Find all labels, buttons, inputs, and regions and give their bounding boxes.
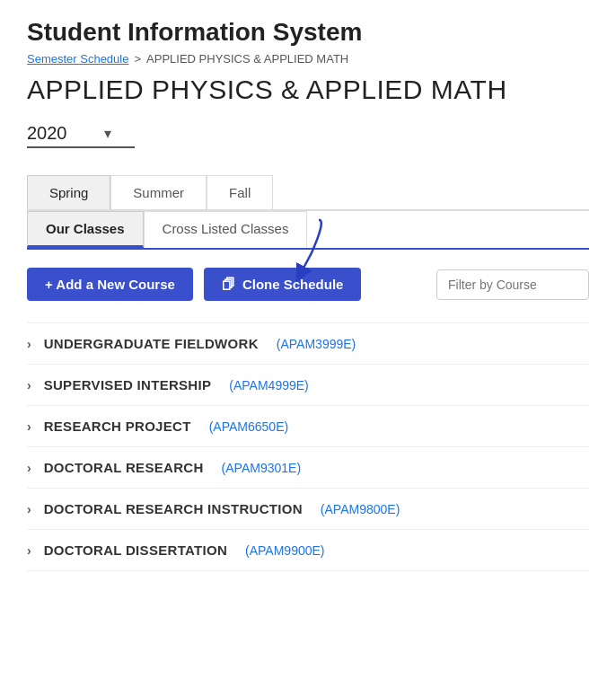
course-name: DOCTORAL DISSERTATION [44,542,227,558]
course-list: › UNDERGRADUATE FIELDWORK (APAM3999E) › … [27,322,589,571]
clone-schedule-label: Clone Schedule [242,277,344,292]
clone-schedule-button[interactable]: 🗍 Clone Schedule [204,268,362,301]
sub-tab-our-classes[interactable]: Our Classes [27,211,144,248]
breadcrumb-current: APPLIED PHYSICS & APPLIED MATH [146,52,348,66]
course-name: SUPERVISED INTERSHIP [44,377,212,392]
breadcrumb-separator: > [134,52,141,66]
tab-spring[interactable]: Spring [27,175,110,209]
list-item: › RESEARCH PROJECT (APAM6650E) [27,406,589,447]
chevron-right-icon[interactable]: › [27,502,31,516]
add-course-button[interactable]: + Add a New Course [27,268,193,301]
chevron-right-icon[interactable]: › [27,419,31,434]
course-code[interactable]: (APAM3999E) [277,337,356,351]
course-name: RESEARCH PROJECT [44,419,191,434]
course-code[interactable]: (APAM9301E) [222,461,301,475]
breadcrumb: Semester Schedule > APPLIED PHYSICS & AP… [27,52,589,66]
dropdown-arrow-icon: ▾ [104,125,111,142]
course-code[interactable]: (APAM6650E) [209,419,288,434]
course-code[interactable]: (APAM4999E) [229,378,308,392]
tab-summer[interactable]: Summer [110,175,207,209]
course-code[interactable]: (APAM9900E) [245,543,324,558]
chevron-right-icon[interactable]: › [27,337,31,351]
chevron-right-icon[interactable]: › [27,378,31,392]
main-tabs-row: Spring Summer Fall [27,175,589,209]
page-title: APPLIED PHYSICS & APPLIED MATH [27,75,589,105]
course-code[interactable]: (APAM9800E) [321,502,400,516]
app-title: Student Information System [27,18,589,47]
tab-fall[interactable]: Fall [207,175,273,209]
year-select-wrapper: 2018 2019 2020 2021 2022 ▾ [27,123,135,148]
chevron-right-icon[interactable]: › [27,543,31,558]
breadcrumb-link[interactable]: Semester Schedule [27,52,128,66]
filter-input[interactable] [436,269,589,300]
list-item: › DOCTORAL RESEARCH (APAM9301E) [27,447,589,489]
main-tabs-container: Spring Summer Fall [27,175,589,211]
course-name: DOCTORAL RESEARCH [44,460,204,475]
list-item: › DOCTORAL RESEARCH INSTRUCTION (APAM980… [27,489,589,530]
list-item: › DOCTORAL DISSERTATION (APAM9900E) [27,530,589,571]
course-name: UNDERGRADUATE FIELDWORK [44,336,259,351]
sub-tabs-row: Our Classes Cross Listed Classes [27,211,589,250]
year-select[interactable]: 2018 2019 2020 2021 2022 [27,123,99,143]
list-item: › UNDERGRADUATE FIELDWORK (APAM3999E) [27,323,589,365]
course-name: DOCTORAL RESEARCH INSTRUCTION [44,501,303,516]
list-item: › SUPERVISED INTERSHIP (APAM4999E) [27,365,589,406]
actions-row: + Add a New Course 🗍 Clone Schedule [27,268,589,301]
clone-icon: 🗍 [222,277,235,292]
sub-tab-cross-listed[interactable]: Cross Listed Classes [144,211,308,248]
chevron-right-icon[interactable]: › [27,461,31,475]
